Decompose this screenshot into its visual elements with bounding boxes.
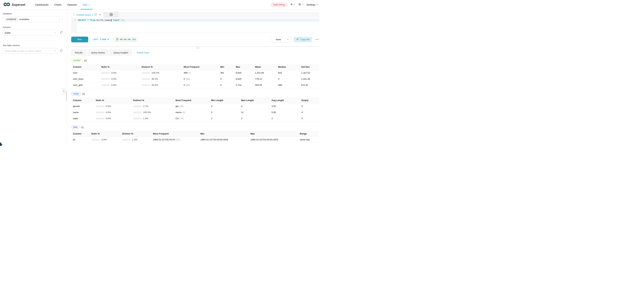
column-header: Distinct % (120, 131, 151, 137)
most-frequent-cell: CA(75) (174, 116, 210, 122)
most-frequent-value: girl (176, 105, 178, 108)
superset-logo[interactable]: Superset (4, 2, 25, 7)
distinct-bar: 53.3% (142, 84, 180, 86)
stat-cell: same day (298, 137, 319, 143)
editor-code-area[interactable]: SELECT * from birth_names limit 75; (77, 18, 319, 32)
nulls-bar: 0.0% (101, 72, 138, 74)
drag-handle-icon (74, 13, 75, 16)
sql-statement-line[interactable]: SELECT * from birth_names limit 75; (77, 18, 319, 22)
database-select[interactable]: postgresql examples (3, 16, 63, 22)
environment-tag: flask-debug (271, 3, 287, 6)
percent-label: 0.0% (106, 105, 111, 108)
distinct-bar: 1.3% (122, 138, 150, 141)
progress-track (133, 106, 142, 107)
column-header: Median (276, 64, 300, 70)
tab-query-history[interactable]: Query history (88, 49, 108, 56)
tab-result-stats[interactable]: Result Stats (133, 49, 153, 56)
new-query-tab-button[interactable] (103, 12, 119, 18)
copy-link-label: Copy link (300, 38, 310, 41)
nulls-bar: 0.0% (101, 84, 138, 86)
chevron-down-icon (59, 18, 61, 21)
most-frequent-cell: 1965-01-01T00:00:00(75) (151, 137, 199, 143)
date-type-section: date(1)ColumnNulls %Distinct %Most Frequ… (71, 125, 319, 143)
nav-item-dashboards[interactable]: Dashboards (32, 0, 52, 10)
more-actions-button[interactable]: ••• (315, 37, 319, 42)
theme-menu[interactable] (298, 3, 304, 6)
editor-gutter: 1 (71, 18, 77, 32)
tab-results[interactable]: Results (71, 49, 86, 56)
refresh-tables-icon[interactable] (60, 49, 63, 53)
stat-cell: 0 (300, 109, 319, 116)
tab-query-insights[interactable]: Query Insights (110, 49, 132, 56)
sidebar-collapse-button[interactable]: ‹ (62, 88, 66, 94)
nav-item-charts[interactable]: Charts (52, 0, 64, 10)
table-select[interactable]: Select table or type to search tables (3, 48, 58, 54)
copy-link-button[interactable]: Copy link (294, 37, 312, 42)
column-name-cell: name (71, 109, 94, 116)
sql-token-plain: birth_names (95, 19, 111, 21)
stat-cell: 3.52 (270, 103, 300, 109)
most-frequent-count: (1) (182, 111, 185, 114)
sql-editor[interactable]: 1 SELECT * from birth_names limit 75; (71, 18, 319, 32)
pane-splitter (71, 46, 319, 47)
sqllab-main-panel: Untitled Query 1 ✕ (67, 10, 322, 146)
result-tabs: Results Query history Query Insights Res… (71, 49, 319, 56)
column-header: Distinct % (140, 64, 182, 70)
percent-label: 0.0% (102, 138, 107, 141)
header-row: ColumnNulls %Distinct %Most FrequentMinM… (71, 131, 319, 137)
brand-name: Superset (12, 3, 25, 6)
chevron-down-icon (294, 4, 295, 5)
progress-track (96, 112, 104, 113)
table-row: gender0.0%2.7%girl(39)343.520 (71, 103, 319, 109)
column-header: Most Frequent (151, 131, 199, 137)
limit-dropdown[interactable]: LIMIT: 1 000 (92, 38, 109, 41)
progress-track (142, 84, 150, 86)
progress-track (142, 78, 150, 80)
splitter-drag-handle[interactable] (196, 47, 200, 49)
progress-track (133, 112, 142, 113)
stat-cell: 0 (218, 76, 234, 82)
sql-token-plain (112, 19, 113, 21)
percent-label: 0.0% (106, 111, 111, 114)
content-shell: Database postgresql examples Schema publ (0, 10, 322, 146)
new-item-menu[interactable] (290, 3, 295, 6)
distinct-bar: 100.0% (142, 72, 180, 74)
nulls-cell: 0.0% (90, 137, 120, 143)
nav-item-datasets[interactable]: Datasets (64, 0, 80, 10)
stat-cell: 1965-01-01T03:00:00.000Z (199, 137, 249, 143)
most-frequent-value: 0 (184, 84, 185, 86)
string-badge-row: string(3) (71, 92, 319, 96)
nulls-cell: 0.0% (94, 116, 132, 122)
nulls-bar: 0.0% (96, 117, 130, 120)
run-query-button[interactable]: Run (71, 36, 88, 42)
most-frequent-count: (36) (186, 84, 190, 86)
percent-label: 0.0% (111, 78, 116, 80)
stat-cell: 1965-01-01T03:00:00.000Z (249, 137, 298, 143)
most-frequent-value: Aaron (176, 111, 182, 114)
stat-cell: 361 (218, 70, 234, 76)
nulls-bar: 0.0% (101, 78, 138, 80)
schema-value: public (5, 32, 11, 34)
column-name-cell: num_girls (71, 82, 100, 88)
save-options-caret[interactable] (285, 37, 291, 42)
nav-item-sql[interactable]: SQL (80, 0, 93, 10)
table-select-placeholder: Select table or type to search tables (5, 50, 41, 52)
query-tab[interactable]: Untitled Query 1 ✕ (71, 12, 103, 18)
percent-label: 0.0% (111, 72, 116, 74)
sql-token-plain: * (86, 19, 90, 21)
most-frequent-value: 0 (184, 78, 185, 80)
query-elapsed-timer: 00:00:00.192 (114, 37, 138, 42)
stat-cell: 6,820 (234, 76, 253, 82)
close-tab-icon[interactable]: ✕ (99, 14, 101, 16)
schema-select[interactable]: public (3, 30, 58, 36)
settings-menu[interactable]: Settings (306, 4, 318, 6)
stat-cell: 1,331.65 (253, 70, 276, 76)
nulls-bar: 0.0% (96, 111, 130, 114)
stat-cell: 778.12 (253, 76, 276, 82)
stat-cell: 4 (240, 103, 270, 109)
distinct-cell: 2.7% (132, 103, 174, 109)
save-button[interactable]: Save (272, 37, 285, 42)
chevron-down-icon (302, 4, 304, 5)
refresh-schemas-icon[interactable] (60, 31, 63, 34)
sidebar-scrollbar-thumb[interactable] (66, 90, 67, 101)
